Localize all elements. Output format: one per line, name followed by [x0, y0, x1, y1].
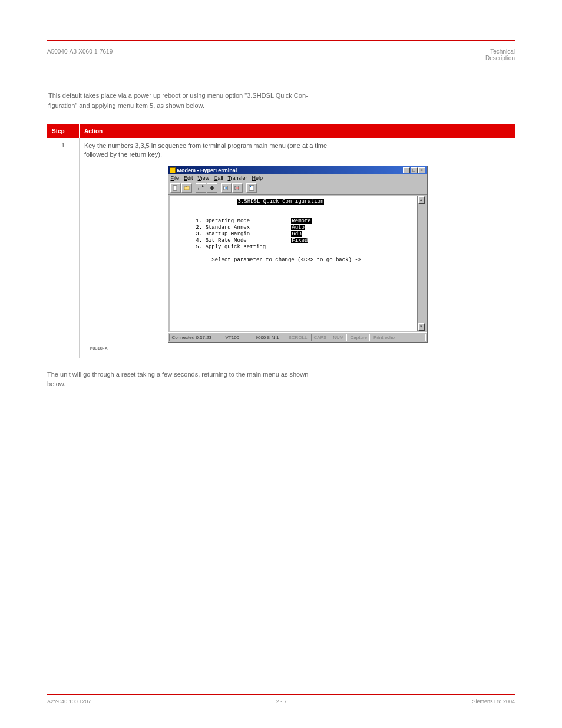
- scroll-down-icon[interactable]: ▾: [418, 323, 425, 331]
- scrollbar[interactable]: ▴ ▾: [418, 196, 425, 331]
- status-caps: CAPS: [311, 334, 330, 341]
- opt-5-label: 5. Apply quick setting: [196, 244, 266, 250]
- maximize-button[interactable]: □: [411, 167, 418, 173]
- terminal-output: 3.SHDSL Quick Configuration 1. Operating…: [170, 196, 418, 331]
- terminal-heading: 3.SHDSL Quick Configuration: [237, 199, 325, 205]
- status-num: NUM: [330, 334, 346, 341]
- statusbar: Connected 0:37:23 VT100 9600 8-N-1 SCROL…: [168, 332, 427, 342]
- opt-1-value: Remote: [291, 218, 311, 224]
- close-button[interactable]: ×: [418, 167, 425, 173]
- scroll-up-icon[interactable]: ▴: [418, 196, 425, 204]
- status-capture: Capture: [348, 334, 370, 341]
- opt-1-label: 1. Operating Mode: [196, 218, 250, 224]
- menu-call[interactable]: Call: [214, 175, 223, 181]
- disconnect-icon[interactable]: [207, 183, 217, 193]
- status-baud: 9600 8-N-1: [253, 334, 285, 341]
- step-description: Key the numbers 3,3,5 in sequence from t…: [84, 141, 510, 160]
- status-connected: Connected 0:37:23: [169, 334, 222, 341]
- hyperterminal-window: Modem - HyperTerminal _ □ × File Edit Vi…: [168, 166, 427, 342]
- new-icon[interactable]: [170, 183, 181, 193]
- window-title: Modem - HyperTerminal: [177, 167, 403, 173]
- minimize-button[interactable]: _: [403, 167, 410, 173]
- footer-left: A2Y-040 100 1207: [47, 699, 91, 704]
- menu-transfer[interactable]: Transfer: [227, 175, 247, 181]
- opt-3-value: 6dB: [291, 231, 302, 237]
- table-row: 1 Key the numbers 3,3,5 in sequence from…: [47, 138, 515, 358]
- opt-3-label: 3. Startup Margin: [196, 231, 250, 237]
- figure-label: M0318-A: [90, 346, 510, 351]
- titlebar: Modem - HyperTerminal _ □ ×: [168, 166, 427, 174]
- app-icon: [170, 167, 176, 173]
- menu-view[interactable]: View: [198, 175, 209, 181]
- status-printecho: Print echo: [371, 334, 426, 341]
- receive-icon[interactable]: [232, 183, 243, 193]
- intro-paragraph: This default takes place via a power up …: [48, 91, 515, 110]
- menu-edit[interactable]: Edit: [184, 175, 193, 181]
- svg-rect-0: [173, 186, 177, 190]
- header-doc-id: A50040-A3-X060-1-7619: [47, 48, 113, 61]
- step-number: 1: [47, 138, 80, 358]
- opt-4-value: Fixed: [291, 238, 308, 243]
- terminal-prompt: Select parameter to change (<CR> to go b…: [211, 257, 361, 263]
- toolbar: [168, 182, 427, 195]
- opt-2-value: Auto: [291, 225, 305, 230]
- opt-2-label: 2. Standard Annex: [196, 225, 250, 230]
- connect-icon[interactable]: [196, 183, 206, 193]
- open-icon[interactable]: [181, 183, 192, 193]
- opt-4-label: 4. Bit Rate Mode: [196, 238, 246, 243]
- menu-help[interactable]: Help: [252, 175, 263, 181]
- header-right-1: Technical: [490, 48, 515, 55]
- header-right-2: Description: [485, 55, 515, 61]
- col-action-header: Action: [80, 124, 515, 138]
- properties-icon[interactable]: [246, 183, 257, 193]
- status-scroll: SCROLL: [286, 334, 310, 341]
- step-table: Step Action 1 Key the numbers 3,3,5 in s…: [47, 124, 515, 358]
- status-terminal: VT100: [223, 334, 252, 341]
- col-step-header: Step: [47, 124, 80, 138]
- menu-file[interactable]: File: [171, 175, 180, 181]
- menubar: File Edit View Call Transfer Help: [168, 174, 427, 182]
- svg-rect-4: [250, 186, 251, 187]
- footer-right: Siemens Ltd 2004: [472, 699, 515, 704]
- footer-page: 2 - 7: [276, 699, 287, 704]
- send-icon[interactable]: [221, 183, 232, 193]
- followup-paragraph: The unit will go through a reset taking …: [47, 370, 515, 389]
